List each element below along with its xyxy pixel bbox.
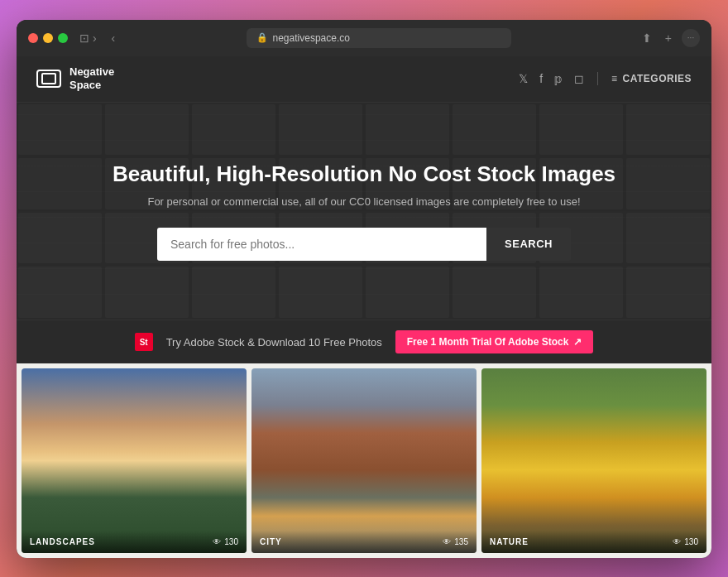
landscape-photo	[22, 368, 247, 553]
photo-label-landscapes: LANDSCAPES 👁 130	[22, 531, 247, 553]
hero-subtitle: For personal or commercial use, all of o…	[147, 195, 580, 208]
photo-grid: LANDSCAPES 👁 130 CITY 👁 135	[17, 363, 711, 558]
close-button[interactable]	[28, 33, 38, 43]
pinterest-link[interactable]: 𝕡	[554, 72, 563, 85]
logo-icon	[36, 70, 61, 88]
hero-title: Beautiful, High-Resolution No Cost Stock…	[113, 161, 615, 187]
categories-button[interactable]: ≡ CATEGORIES	[611, 73, 692, 84]
nature-category-label: NATURE	[490, 537, 529, 546]
photo-label-city: CITY 👁 135	[251, 531, 477, 553]
photo-card-nature[interactable]: NATURE 👁 130	[481, 368, 706, 553]
minimize-button[interactable]	[43, 33, 53, 43]
share-button[interactable]: ⬆	[639, 30, 655, 46]
site-navigation: Negative Space 𝕏 f 𝕡 ◻ ≡ CATEGORIES	[17, 56, 711, 103]
site-content: Negative Space 𝕏 f 𝕡 ◻ ≡ CATEGORIES	[17, 56, 711, 558]
photo-label-nature: NATURE 👁 130	[481, 531, 706, 553]
photo-card-landscapes[interactable]: LANDSCAPES 👁 130	[22, 368, 247, 553]
logo-text: Negative Space	[69, 65, 114, 91]
eye-icon: 👁	[673, 537, 681, 546]
url-text: negativespace.co	[273, 32, 350, 44]
search-input[interactable]	[157, 228, 486, 261]
window-mode-button[interactable]: ⊡ ›	[76, 30, 100, 46]
nav-right: 𝕏 f 𝕡 ◻ ≡ CATEGORIES	[519, 72, 692, 85]
adobe-banner: St Try Adobe Stock & Download 10 Free Ph…	[17, 320, 711, 363]
browser-actions: ⬆ + ···	[639, 29, 700, 47]
adobe-cta-button[interactable]: Free 1 Month Trial Of Adobe Stock ↗	[395, 330, 594, 353]
browser-chrome: ⊡ › ‹ 🔒 negativespace.co ⬆ + ···	[17, 20, 711, 56]
photo-card-city[interactable]: CITY 👁 135	[251, 368, 477, 553]
landscape-category-label: LANDSCAPES	[30, 537, 95, 546]
nature-count: 👁 130	[673, 537, 698, 546]
traffic-lights	[28, 33, 68, 43]
address-bar-container: 🔒 negativespace.co	[127, 28, 630, 48]
more-options-button[interactable]: ···	[682, 29, 700, 47]
external-link-icon: ↗	[573, 336, 582, 348]
city-count: 👁 135	[443, 537, 468, 546]
new-tab-button[interactable]: +	[662, 30, 675, 46]
city-photo	[251, 368, 477, 553]
twitter-link[interactable]: 𝕏	[519, 72, 528, 85]
hero-background	[17, 103, 711, 320]
facebook-link[interactable]: f	[539, 72, 543, 85]
adobe-stock-logo: St	[135, 333, 153, 351]
city-category-label: CITY	[260, 537, 282, 546]
back-button[interactable]: ‹	[108, 30, 119, 46]
instagram-link[interactable]: ◻	[574, 72, 584, 85]
adobe-banner-text: Try Adobe Stock & Download 10 Free Photo…	[166, 336, 382, 349]
nature-photo	[481, 368, 706, 553]
nav-divider	[597, 72, 598, 85]
search-area: SEARCH	[157, 228, 571, 261]
logo-area: Negative Space	[36, 65, 114, 91]
eye-icon: 👁	[213, 537, 221, 546]
search-button[interactable]: SEARCH	[486, 228, 571, 261]
social-icons: 𝕏 f 𝕡 ◻	[519, 72, 584, 85]
maximize-button[interactable]	[58, 33, 68, 43]
eye-icon: 👁	[443, 537, 451, 546]
landscape-count: 👁 130	[213, 537, 238, 546]
hero-section: Beautiful, High-Resolution No Cost Stock…	[17, 103, 711, 320]
hamburger-icon: ≡	[611, 73, 618, 84]
browser-window: ⊡ › ‹ 🔒 negativespace.co ⬆ + ··· Negativ…	[17, 20, 711, 558]
lock-icon: 🔒	[256, 32, 268, 43]
address-bar[interactable]: 🔒 negativespace.co	[247, 28, 511, 48]
